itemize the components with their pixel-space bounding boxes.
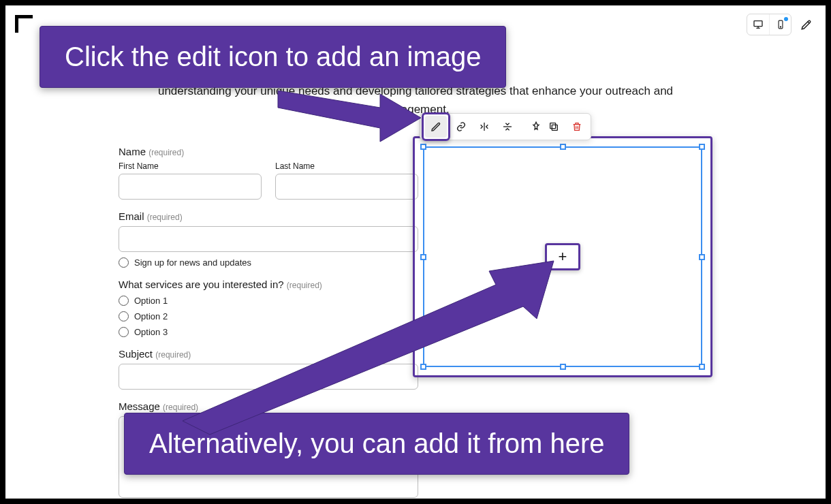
edit-button[interactable] [425,116,447,138]
email-group: Email (required) Sign up for news and up… [119,210,418,268]
last-name-input[interactable] [275,174,418,200]
delete-button[interactable] [566,116,588,138]
last-name-sublabel: Last Name [275,161,418,171]
radio-icon [119,327,129,337]
checkbox-circle [119,257,129,268]
email-label: Email (required) [119,210,418,222]
name-group: Name (required) First Name Last Name [119,146,418,200]
desktop-view-button[interactable] [747,14,769,35]
services-label-text: What services are you interested in? [119,279,284,290]
svg-rect-0 [754,21,762,27]
message-label-text: Message [119,400,160,412]
option-3-label: Option 3 [134,327,168,337]
viewport-group [747,14,791,35]
duplicate-button[interactable] [543,116,565,138]
subject-group: Subject (required) [119,348,418,390]
first-name-sublabel: First Name [119,161,262,171]
duplicate-icon [548,121,559,132]
desktop-icon [753,19,764,30]
block-toolbar: < html> [420,113,591,140]
resize-handle[interactable] [420,144,426,150]
name-label: Name (required) [119,146,418,157]
trash-icon [571,121,582,132]
align-horizontal-icon [479,121,490,132]
mobile-icon [776,19,785,30]
callout-bottom: Alternatively, you can add it from here [124,413,629,475]
subject-input[interactable] [119,364,418,390]
resize-handle[interactable] [699,254,705,260]
first-name-input[interactable] [119,174,262,200]
resize-handle[interactable] [699,144,705,150]
name-label-text: Name [119,146,146,157]
editor-frame: understanding your unique needs and deve… [5,5,826,499]
resize-handle[interactable] [699,364,705,370]
name-required: (required) [148,148,184,157]
add-image-plus-button[interactable]: + [545,243,580,270]
mobile-view-button[interactable] [769,14,791,35]
viewport-controls [747,14,817,35]
services-required: (required) [287,281,322,290]
subject-label: Subject (required) [119,348,418,360]
services-group: What services are you interested in? (re… [119,279,418,337]
option-1-label: Option 1 [134,296,168,306]
callout-top: Click the edit icon to add an image [40,26,506,88]
plus-icon: + [559,248,567,266]
pin-icon [531,121,542,132]
email-required: (required) [147,212,183,222]
message-label: Message (required) [119,400,418,412]
align-horizontal-button[interactable] [473,116,495,138]
newsletter-label: Sign up for news and updates [134,257,251,268]
corner-mark [15,15,33,33]
brush-button[interactable] [796,14,817,35]
resize-handle[interactable] [560,364,566,370]
svg-rect-3 [552,125,557,130]
services-option-1[interactable]: Option 1 [119,296,418,306]
pin-icon: < html> [520,121,531,132]
selected-image-block[interactable]: + [413,136,712,377]
svg-rect-4 [550,123,556,129]
email-input[interactable] [119,226,418,252]
subject-required: (required) [155,350,191,360]
align-vertical-icon [502,121,513,132]
services-option-2[interactable]: Option 2 [119,311,418,321]
email-label-text: Email [119,210,144,222]
pin-button[interactable]: < html> [520,116,542,138]
services-option-3[interactable]: Option 3 [119,327,418,337]
resize-handle[interactable] [420,254,426,260]
option-2-label: Option 2 [134,311,168,321]
resize-handle[interactable] [420,364,426,370]
radio-icon [119,311,129,321]
align-vertical-button[interactable] [497,116,518,138]
svg-point-2 [780,27,781,27]
subject-label-text: Subject [119,348,153,360]
services-label: What services are you interested in? (re… [119,279,418,290]
pencil-icon [430,121,441,132]
resize-handle[interactable] [560,144,566,150]
newsletter-checkbox-row[interactable]: Sign up for news and updates [119,257,418,268]
message-required: (required) [163,403,198,412]
link-button[interactable] [450,116,472,138]
link-icon [456,121,467,132]
edit-button-highlight [422,112,450,141]
radio-icon [119,296,129,306]
brush-icon [800,18,813,31]
